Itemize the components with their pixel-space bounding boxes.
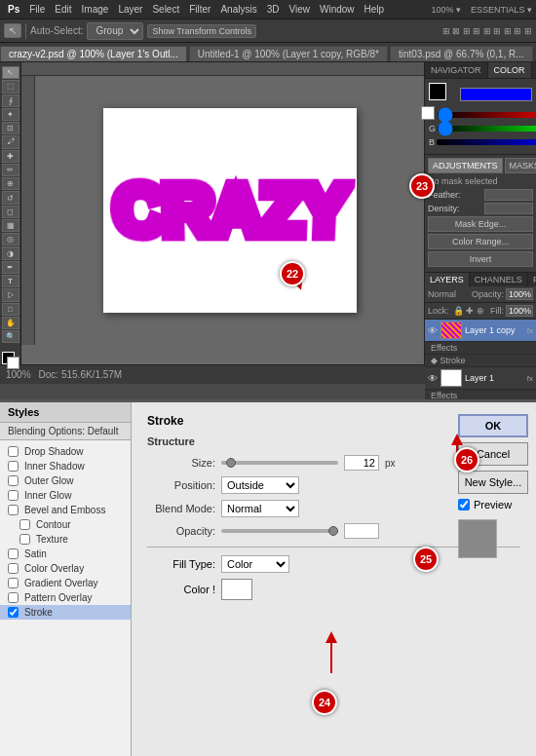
chk-inner-shadow[interactable] [8, 461, 19, 472]
style-color-overlay[interactable]: Color Overlay [0, 561, 131, 576]
path-btn[interactable]: ▷ [2, 288, 19, 301]
tab-layers[interactable]: LAYERS [425, 273, 470, 286]
gradient-btn[interactable]: ▦ [2, 219, 19, 232]
menu-window[interactable]: Window [316, 3, 359, 16]
color-range-btn[interactable]: Color Range... [428, 234, 533, 249]
brush-btn[interactable]: ✏ [2, 164, 19, 176]
menu-select[interactable]: Select [148, 3, 183, 16]
clone-btn[interactable]: ⊕ [2, 177, 19, 190]
tab-navigator[interactable]: NAVIGATOR [425, 62, 488, 78]
auto-select-dropdown[interactable]: Group [87, 22, 143, 40]
tab-channels[interactable]: CHANNELS [470, 273, 528, 286]
heal-btn[interactable]: ✚ [2, 150, 19, 163]
green-slider[interactable] [438, 126, 536, 132]
doc-tab-1[interactable]: crazy-v2.psd @ 100% (Layer 1's Outl... [0, 46, 187, 61]
menu-view[interactable]: View [285, 3, 314, 16]
blending-options-label[interactable]: Blending Options: Default [0, 423, 131, 440]
chk-drop-shadow[interactable] [8, 446, 19, 457]
new-style-button[interactable]: New Style... [458, 471, 528, 494]
layer-row-copy[interactable]: 👁 Layer 1 copy fx [425, 320, 536, 342]
position-select[interactable]: Outside Inside Center [221, 476, 299, 494]
pen-btn[interactable]: ✒ [2, 261, 19, 274]
menu-file[interactable]: File [25, 3, 49, 16]
tab-swatches[interactable]: SWATCHES [532, 62, 536, 78]
foreground-background[interactable] [2, 352, 19, 364]
style-drop-shadow[interactable]: Drop Shadow [0, 444, 131, 459]
density-input[interactable] [484, 203, 533, 214]
bg-swatch[interactable] [421, 106, 435, 120]
chk-inner-glow[interactable] [8, 490, 19, 501]
eraser-btn[interactable]: ◻ [2, 206, 19, 218]
preview-checkbox[interactable] [458, 499, 470, 510]
blend-mode-select[interactable]: Normal Multiply Screen [221, 500, 299, 517]
fill-value[interactable]: 100% [506, 305, 533, 317]
style-inner-shadow[interactable]: Inner Shadow [0, 459, 131, 473]
doc-tab-3[interactable]: tint03.psd @ 66.7% (0,1, R... [390, 46, 533, 61]
eye-icon-base[interactable]: 👁 [428, 373, 438, 384]
layer-row-base[interactable]: 👁 Layer 1 fx [425, 367, 536, 390]
opacity-value[interactable]: 100% [506, 288, 533, 300]
feather-input[interactable] [484, 189, 533, 201]
fg-swatch[interactable] [429, 83, 446, 100]
tab-masks[interactable]: MASKS [505, 158, 536, 173]
size-input[interactable]: 12 [344, 455, 379, 471]
menu-help[interactable]: Help [361, 3, 389, 16]
history-btn[interactable]: ↺ [2, 191, 19, 204]
tab-paths[interactable]: PATHS [528, 273, 536, 286]
blur-btn[interactable]: ◎ [2, 233, 19, 246]
zoom-btn[interactable]: 🔍 [2, 330, 19, 343]
opacity-slider[interactable] [221, 529, 338, 533]
style-outer-glow[interactable]: Outer Glow [0, 473, 131, 488]
move-tool[interactable]: ↖ [4, 23, 21, 38]
lasso-tool-btn[interactable]: ∮ [2, 94, 19, 107]
style-satin[interactable]: Satin [0, 547, 131, 561]
size-slider[interactable] [221, 461, 338, 465]
red-slider[interactable] [438, 112, 537, 118]
filltype-select[interactable]: Color Gradient Pattern [221, 555, 289, 573]
style-stroke[interactable]: Stroke [0, 605, 131, 620]
color-box[interactable] [221, 579, 252, 600]
transform-toggle[interactable]: Show Transform Controls [147, 24, 256, 38]
menu-layer[interactable]: Layer [114, 3, 146, 16]
menu-filter[interactable]: Filter [185, 3, 214, 16]
menu-analysis[interactable]: Analysis [216, 3, 260, 16]
hand-btn[interactable]: ✋ [2, 317, 19, 329]
doc-tab-2[interactable]: Untitled-1 @ 100% (Layer 1 copy, RGB/8* [189, 46, 388, 61]
style-inner-glow[interactable]: Inner Glow [0, 488, 131, 503]
shape-btn[interactable]: □ [2, 303, 19, 316]
chk-texture[interactable] [19, 534, 30, 545]
move-tool-btn[interactable]: ↖ [2, 66, 19, 79]
magic-wand-btn[interactable]: ✦ [2, 108, 19, 121]
chk-stroke[interactable] [8, 607, 19, 618]
mask-edge-btn[interactable]: Mask Edge... [428, 216, 533, 232]
chk-pattern-overlay[interactable] [8, 592, 19, 603]
menu-edit[interactable]: Edit [51, 3, 75, 16]
chk-contour[interactable] [19, 519, 30, 530]
eye-icon-copy[interactable]: 👁 [428, 325, 438, 336]
type-btn[interactable]: T [2, 275, 19, 287]
chk-outer-glow[interactable] [8, 475, 19, 486]
style-texture[interactable]: Texture [0, 532, 131, 547]
chk-satin[interactable] [8, 548, 19, 559]
tab-adjustments[interactable]: ADJUSTMENTS [428, 158, 503, 173]
blue-slider[interactable] [437, 139, 536, 145]
marquee-tool-btn[interactable]: ⬚ [2, 80, 19, 93]
dodge-btn[interactable]: ◑ [2, 246, 19, 259]
invert-btn[interactable]: Invert [428, 251, 533, 267]
style-bevel-emboss[interactable]: Bevel and Emboss [0, 503, 131, 517]
opacity-input[interactable]: 100 [344, 523, 379, 539]
chk-gradient-overlay[interactable] [8, 578, 19, 588]
background-color[interactable] [7, 357, 19, 369]
style-contour[interactable]: Contour [0, 517, 131, 532]
eyedropper-btn[interactable]: 🖍 [2, 135, 19, 148]
ok-button[interactable]: OK [458, 414, 528, 437]
style-gradient-overlay[interactable]: Gradient Overlay [0, 576, 131, 590]
chk-bevel-emboss[interactable] [8, 505, 19, 515]
chk-color-overlay[interactable] [8, 563, 19, 574]
tab-color[interactable]: COLOR [488, 62, 532, 78]
menu-3d[interactable]: 3D [263, 3, 284, 16]
style-pattern-overlay[interactable]: Pattern Overlay [0, 590, 131, 605]
menu-ps[interactable]: Ps [4, 3, 23, 16]
crop-tool-btn[interactable]: ⊡ [2, 122, 19, 134]
menu-image[interactable]: Image [78, 3, 113, 16]
